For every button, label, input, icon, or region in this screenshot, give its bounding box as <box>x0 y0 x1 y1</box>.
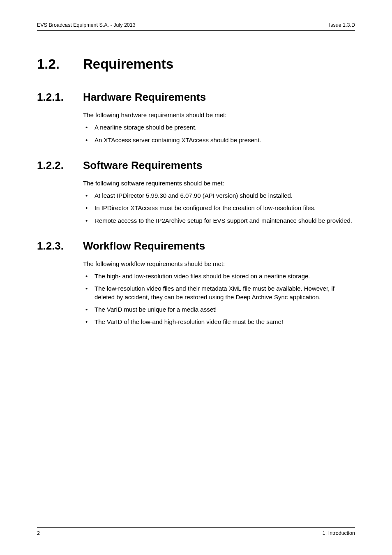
section-number: 1.2. <box>37 56 83 72</box>
bullet-list: The high- and low-resolution video files… <box>83 272 355 326</box>
page: EVS Broadcast Equipment S.A. - July 2013… <box>0 0 392 555</box>
subsection-body: The following hardware requirements shou… <box>83 111 355 144</box>
subsection-heading: 1.2.1. Hardware Requirements <box>37 91 355 104</box>
list-item: An XTAccess server containing XTAccess s… <box>83 136 355 144</box>
list-item: The high- and low-resolution video files… <box>83 272 355 280</box>
subsection-number: 1.2.1. <box>37 91 83 104</box>
list-item: The VarID must be unique for a media ass… <box>83 305 355 314</box>
bullet-list: At least IPDirector 5.99.30 and 6.07.90 … <box>83 192 355 225</box>
intro-text: The following software requirements shou… <box>83 179 355 187</box>
page-header: EVS Broadcast Equipment S.A. - July 2013… <box>37 22 355 31</box>
list-item: In IPDirector XTAccess must be configure… <box>83 204 355 212</box>
list-item: The VarID of the low-and high-resolution… <box>83 318 355 326</box>
footer-chapter: 1. Introduction <box>323 530 355 536</box>
section-heading: 1.2. Requirements <box>37 56 355 72</box>
list-item: Remote access to the IP2Archive setup fo… <box>83 217 355 225</box>
subsection-number: 1.2.2. <box>37 159 83 172</box>
list-item: At least IPDirector 5.99.30 and 6.07.90 … <box>83 192 355 200</box>
subsection-title: Workflow Requirements <box>83 240 205 252</box>
subsection-number: 1.2.3. <box>37 240 83 252</box>
section-title: Requirements <box>83 56 173 72</box>
intro-text: The following workflow requirements shou… <box>83 260 355 268</box>
bullet-list: A nearline storage should be present. An… <box>83 123 355 144</box>
subsection-title: Software Requirements <box>83 159 202 172</box>
footer-page-number: 2 <box>37 530 40 536</box>
list-item: The low-resolution video files and their… <box>83 284 355 301</box>
list-item: A nearline storage should be present. <box>83 123 355 132</box>
subsection-body: The following software requirements shou… <box>83 179 355 225</box>
subsection-heading: 1.2.2. Software Requirements <box>37 159 355 172</box>
subsection-body: The following workflow requirements shou… <box>83 260 355 326</box>
page-footer: 2 1. Introduction <box>37 527 355 536</box>
subsection-title: Hardware Requirements <box>83 91 206 104</box>
header-left: EVS Broadcast Equipment S.A. - July 2013 <box>37 22 136 28</box>
subsection-heading: 1.2.3. Workflow Requirements <box>37 240 355 252</box>
intro-text: The following hardware requirements shou… <box>83 111 355 119</box>
header-right: Issue 1.3.D <box>329 22 355 28</box>
